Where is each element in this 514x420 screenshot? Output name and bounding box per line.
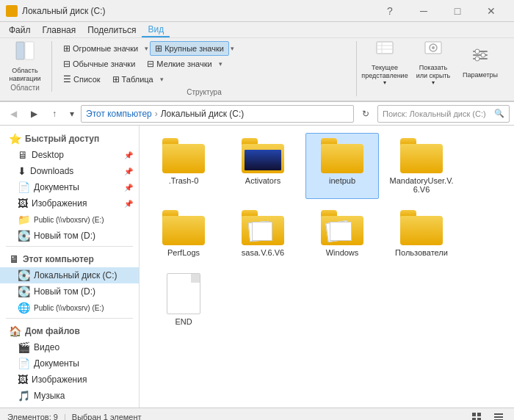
view-huge-icons[interactable]: ⊞ Огромные значки	[58, 41, 143, 56]
menu-view[interactable]: Вид	[142, 23, 170, 37]
file-item-users[interactable]: Пользователи	[385, 205, 458, 262]
svg-rect-17	[472, 418, 476, 421]
address-bar: ◀ ▶ ↑ ▾ Этот компьютер › Локальный диск …	[0, 102, 514, 126]
sidebar-item-home-docs[interactable]: 📄 Документы	[0, 355, 139, 372]
ribbon-structure-section: ⊞ Огромные значки ▾ ⊞ Крупные значки ▾ ⊟…	[58, 41, 357, 96]
view-table[interactable]: ⊞ Таблица	[107, 72, 159, 87]
recent-paths-button[interactable]: ▾	[66, 105, 78, 123]
pin-icon: 📌	[124, 151, 133, 159]
svg-rect-20	[494, 416, 503, 418]
ribbon-right-section: Текущеепредставление ▾ Показатьили скрыт…	[363, 41, 507, 82]
status-bar: Элементов: 9 | Выбран 1 элемент	[0, 408, 514, 420]
maximize-button[interactable]: □	[441, 0, 474, 22]
view-small-icons[interactable]: ⊟ Мелкие значки	[142, 57, 217, 71]
file-label-sasa: sasa.V.6.V6	[242, 248, 284, 257]
e-drive-icon: 🌐	[18, 302, 30, 314]
back-button[interactable]: ◀	[4, 105, 22, 123]
address-path[interactable]: Этот компьютер › Локальный диск (C:)	[81, 105, 354, 123]
view-list[interactable]: ☰ Список	[58, 72, 106, 87]
file-label-users: Пользователи	[395, 248, 448, 257]
sidebar-item-downloads[interactable]: ⬇ Downloads 📌	[0, 163, 139, 179]
file-item-activators[interactable]: Activators	[226, 133, 300, 199]
sidebar-item-public[interactable]: 📁 Public (\\vboxsrv) (E:)	[0, 211, 139, 228]
file-item-inetpub[interactable]: inetpub	[305, 133, 379, 199]
menu-home[interactable]: Главная	[37, 23, 82, 37]
selected-info: Выбран 1 элемент	[72, 413, 142, 421]
window-icon	[6, 5, 18, 17]
svg-rect-18	[477, 418, 481, 421]
file-item-perflogs[interactable]: PerfLogs	[147, 205, 220, 262]
sidebar-item-c-drive[interactable]: 💽 Локальный диск (C:)	[0, 267, 139, 283]
sidebar-item-documents[interactable]: 📄 Документы 📌	[0, 179, 139, 195]
search-box[interactable]: Поиск: Локальный диск (C:) 🔍	[377, 105, 510, 123]
c-drive-icon: 💽	[18, 269, 30, 281]
ribbon-nav-section: Областьнавигации Области	[4, 41, 52, 92]
music-icon: 🎵	[18, 390, 30, 402]
folder-icon-trash	[162, 138, 205, 173]
path-separator: ›	[155, 109, 158, 119]
window-title: Локальный диск (C:)	[22, 6, 106, 16]
file-label-end: END	[175, 317, 192, 326]
search-placeholder: Поиск: Локальный диск (C:)	[383, 109, 486, 118]
options-button[interactable]: Параметры	[460, 41, 501, 82]
view-large-icons[interactable]: ⊞ Крупные значки	[150, 41, 229, 56]
help-button[interactable]: ?	[373, 0, 407, 22]
nav-pane-button[interactable]: Областьнавигации	[4, 41, 46, 82]
main-area: ⭐ Быстрый доступ 🖥 Desktop 📌 ⬇ Downloads…	[0, 126, 514, 408]
d-drive-icon: 💽	[18, 286, 30, 297]
sidebar-item-video[interactable]: 🎬 Видео	[0, 339, 139, 355]
sidebar-item-d-drive[interactable]: 💽 Новый том (D:)	[0, 283, 139, 300]
items-count: Элементов: 9	[7, 413, 58, 421]
pin-icon-dl: 📌	[124, 167, 133, 175]
sidebar-item-music[interactable]: 🎵 Музыка	[0, 388, 139, 404]
ribbon: Областьнавигации Области ⊞ Огромные знач…	[0, 38, 514, 102]
file-item-mandatory[interactable]: MandatoryUser.V.6.V6	[385, 133, 458, 199]
folder-icon-sasa	[242, 210, 284, 245]
home-images-icon: 🖼	[18, 374, 28, 385]
sidebar-sep-1	[6, 246, 133, 247]
menu-bar: Файл Главная Поделиться Вид	[0, 22, 514, 38]
sidebar-item-e-drive[interactable]: 🌐 Public (\\vboxsrv) (E:)	[0, 300, 139, 316]
ribbon-structure-label: Структура	[58, 88, 350, 96]
file-label-trash: .Trash-0	[169, 176, 199, 185]
view-grid-toggle[interactable]	[468, 409, 485, 421]
sidebar-item-desktop[interactable]: 🖥 Desktop 📌	[0, 147, 139, 163]
folder-icon-mandatory	[400, 138, 443, 173]
path-drive[interactable]: Локальный диск (C:)	[161, 109, 245, 119]
refresh-button[interactable]: ↻	[357, 105, 374, 123]
sidebar-item-images[interactable]: 🖼 Изображения 📌	[0, 195, 139, 211]
file-label-inetpub: inetpub	[329, 176, 355, 185]
view-list-toggle[interactable]	[491, 409, 507, 421]
current-view-button[interactable]: Текущеепредставление ▾	[363, 41, 407, 82]
file-label-mandatory: MandatoryUser.V.6.V6	[388, 176, 455, 194]
view-large-expand[interactable]: ▾	[231, 45, 234, 52]
file-item-end[interactable]: END	[147, 268, 220, 331]
show-hide-button[interactable]: Показатьили скрыть ▾	[411, 41, 455, 82]
svg-point-14	[475, 57, 479, 61]
file-item-windows[interactable]: Windows	[305, 205, 379, 262]
up-button[interactable]: ↑	[46, 105, 63, 123]
file-item-trash[interactable]: .Trash-0	[147, 133, 220, 199]
current-view-label: Текущеепредставление	[361, 64, 408, 80]
minimize-button[interactable]: ─	[407, 0, 441, 22]
view-normal-icons[interactable]: ⊟ Обычные значки	[58, 57, 140, 71]
title-bar: Локальный диск (C:) ? ─ □ ✕	[0, 0, 514, 22]
svg-rect-2	[377, 42, 393, 54]
forward-button[interactable]: ▶	[25, 105, 43, 123]
file-area: .Trash-0 Activators inetpub	[140, 126, 514, 408]
view-icons-expand[interactable]: ▾	[145, 45, 148, 52]
sidebar-item-home-images[interactable]: 🖼 Изображения	[0, 372, 139, 388]
computer-icon: 🖥	[9, 253, 19, 265]
view-table-expand[interactable]: ▾	[160, 76, 164, 83]
menu-share[interactable]: Поделиться	[82, 23, 142, 37]
path-computer[interactable]: Этот компьютер	[86, 109, 152, 119]
view-small-expand[interactable]: ▾	[219, 60, 222, 68]
title-bar-controls: ? ─ □ ✕	[373, 0, 508, 22]
close-button[interactable]: ✕	[474, 0, 508, 22]
svg-rect-15	[472, 413, 476, 416]
folder-icon-windows	[321, 210, 363, 245]
file-item-sasa[interactable]: sasa.V.6.V6	[226, 205, 300, 262]
svg-rect-16	[477, 413, 481, 416]
sidebar-item-new-vol[interactable]: 💽 Новый том (D:)	[0, 228, 139, 244]
menu-file[interactable]: Файл	[3, 23, 37, 37]
